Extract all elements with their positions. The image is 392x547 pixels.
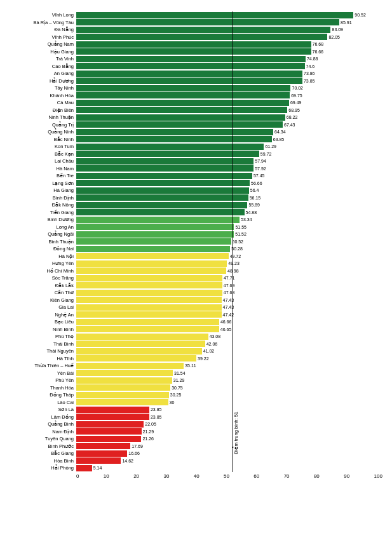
y-label-23: Lạng Sơn [10,180,76,187]
y-label-13: Điện Biên [10,107,76,114]
bar-value-31: 50.52 [233,240,244,244]
bar-value-3: 82.05 [328,35,340,39]
bar-value-27: 54.88 [246,210,257,215]
bar-fill-44 [76,334,208,340]
bar-value-61: 14.62 [122,459,133,463]
bar-row-27: 54.88 [76,209,382,217]
y-label-36: Sóc Trăng [10,274,76,282]
bar-row-44: 43.08 [76,333,382,341]
bar-row-21: 57.92 [76,165,382,173]
bar-fill-30 [76,231,234,238]
bar-value-2: 83.09 [332,27,343,32]
y-label-16: Quảng Ninh [10,128,76,136]
bar-fill-24 [76,187,249,194]
bar-row-15: 67.43 [76,121,382,129]
bar-value-23: 56.66 [251,181,262,186]
bar-value-12: 69.49 [290,100,302,105]
bar-row-5: 76.66 [76,48,382,56]
y-label-4: Quảng Nam [10,41,76,48]
bar-fill-62 [76,465,92,471]
y-label-45: Thái Bình [10,341,76,348]
bar-row-22: 57.45 [76,172,382,180]
bar-row-35: 48.98 [76,267,382,275]
y-label-24: Hà Giang [10,187,76,194]
bar-value-1: 85.91 [341,20,352,25]
y-label-2: Đà Nẵng [10,26,76,34]
bar-value-57: 21.29 [143,429,154,434]
y-label-57: Nam Định [10,428,76,436]
y-label-52: Đồng Tháp [10,391,76,399]
y-label-0: Vĩnh Long [10,11,76,19]
bar-row-48: 35.11 [76,362,382,370]
bar-row-4: 76.68 [76,41,382,48]
bar-row-6: 74.88 [76,55,382,63]
bar-row-54: 23.85 [76,406,382,414]
bar-fill-26 [76,202,247,208]
bar-row-19: 59.72 [76,151,382,158]
bar-fill-0 [76,12,353,18]
bar-value-15: 67.43 [284,123,295,127]
y-label-40: Gia Lai [10,304,76,311]
bar-row-56: 22.05 [76,421,382,428]
bar-row-12: 69.49 [76,99,382,107]
bar-fill-46 [76,348,202,355]
x-tick-1: 10 [104,473,109,479]
bar-value-6: 74.88 [307,57,318,61]
bar-value-30: 51.52 [235,232,247,236]
bar-fill-32 [76,246,230,252]
y-label-1: Bà Rịa – Vũng Tàu [10,19,76,27]
y-label-60: Bắc Giang [10,450,76,457]
bar-row-42: 46.66 [76,318,382,326]
bar-row-23: 56.66 [76,180,382,187]
x-axis-area: 0102030405060708090100 [10,473,382,479]
y-label-9: Hải Dương [10,78,76,85]
y-label-15: Quảng Trị [10,121,76,129]
bar-fill-16 [76,129,273,135]
bar-row-9: 73.85 [76,78,382,85]
bar-fill-50 [76,377,172,384]
bar-fill-53 [76,399,168,405]
bar-value-59: 17.69 [132,444,143,449]
bar-fill-47 [76,355,196,361]
bar-fill-59 [76,443,130,449]
bar-row-61: 14.62 [76,457,382,465]
y-label-29: Long An [10,224,76,231]
bar-value-56: 22.05 [145,422,156,426]
bar-fill-55 [76,414,149,420]
y-label-47: Hà Tĩnh [10,355,76,363]
bar-value-55: 23.85 [151,415,162,419]
bar-row-52: 30.25 [76,391,382,399]
y-label-62: Hải Phòng [10,464,76,472]
bar-row-57: 21.29 [76,428,382,436]
bar-fill-21 [76,165,253,172]
bar-value-54: 23.85 [151,407,162,412]
bar-value-46: 41.02 [203,349,215,353]
y-label-31: Bình Thuận [10,238,76,246]
y-label-6: Trà Vinh [10,55,76,63]
bar-fill-35 [76,267,226,274]
y-label-41: Nghệ An [10,311,76,319]
bar-row-2: 83.09 [76,26,382,34]
bar-fill-34 [76,260,227,267]
y-label-25: Bình Định [10,194,76,202]
bar-fill-9 [76,78,302,84]
x-tick-8: 80 [314,473,320,479]
bar-value-11: 69.75 [291,93,302,98]
median-label: Điểm trung bình: 51 [233,412,239,454]
bar-row-0: 90.52 [76,11,382,19]
bar-fill-31 [76,238,231,245]
bar-value-51: 30.75 [172,386,183,390]
x-tick-4: 40 [194,473,199,479]
bar-row-47: 39.22 [76,355,382,363]
y-label-12: Cà Mau [10,99,76,107]
bar-row-28: 53.34 [76,216,382,224]
y-label-44: Phú Thọ [10,333,76,341]
bar-fill-10 [76,85,290,91]
bar-fill-60 [76,450,127,457]
bar-fill-12 [76,100,289,106]
bar-value-34: 49.23 [228,261,240,266]
bar-fill-7 [76,63,305,69]
bar-row-25: 56.15 [76,194,382,202]
y-label-55: Lâm Đồng [10,414,76,421]
bar-row-17: 63.85 [76,136,382,144]
